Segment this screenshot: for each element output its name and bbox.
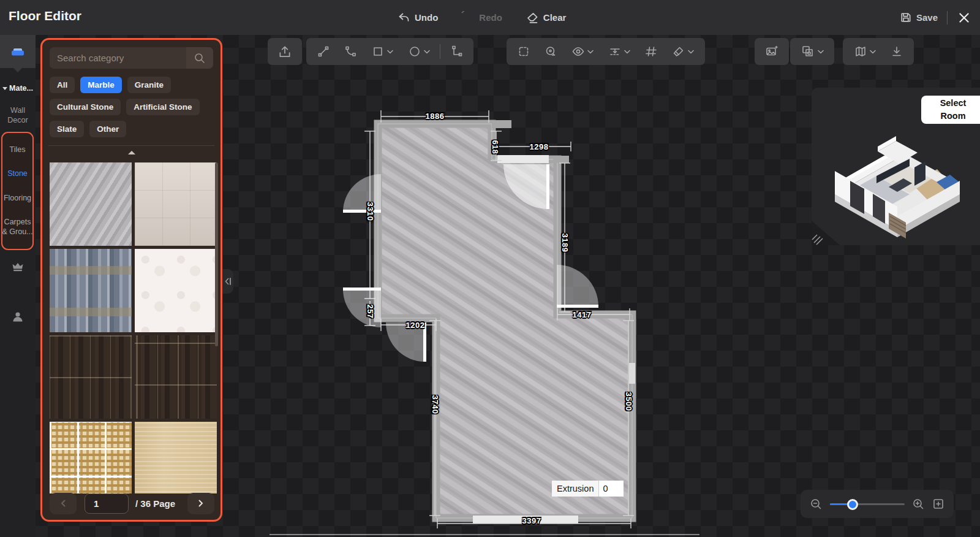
- download-button[interactable]: [883, 38, 910, 65]
- save-button[interactable]: Save: [899, 11, 938, 24]
- swatch-dark-wood-plank-tile[interactable]: [135, 335, 217, 419]
- user-icon: [10, 310, 25, 324]
- pagination: / 36 Page: [50, 492, 214, 515]
- paint-format-button[interactable]: [665, 38, 701, 65]
- chip-granite[interactable]: Granite: [127, 77, 171, 93]
- chevron-down-icon: [818, 50, 824, 54]
- sidebar-item-flooring[interactable]: Flooring: [4, 194, 31, 204]
- search-input[interactable]: [50, 47, 186, 69]
- collapse-left-icon: [224, 277, 232, 286]
- clear-button[interactable]: Clear: [526, 11, 567, 25]
- crown-icon: [10, 259, 25, 274]
- chip-marble[interactable]: Marble: [80, 77, 122, 93]
- ai-image-button[interactable]: [758, 38, 785, 65]
- chevron-down-icon: [2, 87, 7, 90]
- zoom-slider[interactable]: [830, 498, 905, 510]
- extrusion-label: Extrusion: [552, 481, 598, 497]
- rectangle-tool-button[interactable]: [364, 38, 401, 65]
- divider: [48, 145, 214, 146]
- duplicate-save-button[interactable]: [794, 38, 831, 65]
- ai-image-icon: [764, 44, 779, 59]
- chip-all[interactable]: All: [50, 77, 75, 93]
- resize-grip[interactable]: [812, 221, 840, 245]
- account-button[interactable]: [0, 310, 36, 324]
- arc-tool-button[interactable]: [337, 38, 364, 65]
- materials-section-header[interactable]: Mate...: [0, 84, 36, 93]
- close-button[interactable]: [957, 10, 971, 25]
- measure-tape-button[interactable]: [537, 38, 564, 65]
- dimension-label: 3189: [560, 234, 570, 253]
- extrusion-input[interactable]: [598, 481, 624, 497]
- chevron-left-icon: [60, 500, 66, 507]
- swatch-dark-wood-plank-tile[interactable]: [50, 335, 132, 419]
- undo-icon: [397, 11, 410, 25]
- premium-button[interactable]: [0, 259, 36, 274]
- redo-button[interactable]: Redo: [461, 11, 502, 25]
- chevron-right-icon: [198, 500, 204, 507]
- swatch-white-marble[interactable]: [135, 249, 217, 332]
- save-label: Save: [916, 12, 938, 23]
- swatch-beige-marble-tile[interactable]: [135, 162, 217, 246]
- arc-icon: [344, 45, 357, 58]
- circle-tool-button[interactable]: [401, 38, 437, 65]
- dimension-label: 1886: [426, 112, 445, 121]
- page-title: Floor Editor: [9, 9, 81, 23]
- select-room-button[interactable]: Select Room: [921, 96, 980, 124]
- sidebar-item-stone[interactable]: Stone: [7, 169, 28, 179]
- chip-slate[interactable]: Slate: [50, 121, 84, 137]
- chip-cultural-stone[interactable]: Cultural Stone: [50, 99, 121, 115]
- collapse-panel-button[interactable]: [222, 269, 233, 294]
- swatch-scrollbar[interactable]: [215, 162, 218, 346]
- chip-other[interactable]: Other: [89, 121, 126, 137]
- chevron-down-icon: [870, 50, 876, 54]
- room-3d-preview[interactable]: Select Room: [812, 88, 980, 245]
- dimension-label: 3740: [431, 395, 440, 414]
- search-icon: [194, 52, 206, 64]
- door-leaf: [343, 288, 381, 291]
- swatch-blue-grey-stone[interactable]: [50, 249, 132, 332]
- elevation-icon: [608, 45, 622, 58]
- next-page-button[interactable]: [187, 493, 214, 514]
- export-button[interactable]: [271, 38, 298, 65]
- fit-screen-icon[interactable]: [932, 498, 944, 510]
- materials-tool-tile[interactable]: [0, 35, 36, 68]
- sidebar-item-carpets[interactable]: Carpets & Grou...: [2, 218, 32, 237]
- marquee-select-button[interactable]: [510, 38, 537, 65]
- floorplan-drawing[interactable]: [270, 86, 698, 537]
- category-chips: All Marble Granite Cultural Stone Artifi…: [50, 77, 214, 137]
- line-tool-button[interactable]: [310, 38, 337, 65]
- swatch-beige-travertine[interactable]: [135, 422, 217, 493]
- sidebar-item-wall-decor[interactable]: Wall Decor: [1, 105, 34, 126]
- swatch-grey-marble[interactable]: [50, 162, 132, 246]
- export-icon: [277, 44, 292, 59]
- measure-tape-icon: [544, 45, 557, 58]
- dimension-label: 257: [366, 304, 375, 318]
- undo-label: Undo: [415, 12, 438, 23]
- chip-artificial-stone[interactable]: Artificial Stone: [126, 99, 199, 115]
- zoom-in-icon[interactable]: [912, 498, 925, 511]
- swatch-greek-key-gold-mosaic[interactable]: [50, 422, 132, 493]
- prev-page-button[interactable]: [50, 493, 77, 514]
- map-icon: [854, 45, 867, 58]
- undo-button[interactable]: Undo: [397, 11, 438, 25]
- sidebar-item-tiles[interactable]: Tiles: [10, 145, 26, 155]
- dimension-tool-button[interactable]: [443, 38, 470, 65]
- map-view-button[interactable]: [846, 38, 883, 65]
- duplicate-save-icon: [801, 44, 815, 59]
- dimension-label: 1298: [530, 142, 549, 151]
- page-number-input[interactable]: [85, 493, 129, 514]
- dimension-label: 618: [491, 140, 500, 154]
- visibility-button[interactable]: [564, 38, 601, 65]
- marquee-icon: [517, 45, 530, 58]
- collapse-filters-button[interactable]: [42, 149, 221, 156]
- elevation-button[interactable]: [601, 38, 638, 65]
- eye-icon: [571, 45, 585, 58]
- door-leaf: [343, 210, 381, 213]
- slider-thumb[interactable]: [847, 499, 858, 510]
- horizontal-scrollbar[interactable]: [270, 534, 699, 535]
- zoom-out-icon[interactable]: [810, 498, 823, 511]
- search-button[interactable]: [186, 47, 213, 69]
- grid-toggle-button[interactable]: [638, 38, 665, 65]
- dimension-label: 3310: [366, 202, 375, 221]
- 3d-house-render: [816, 109, 976, 240]
